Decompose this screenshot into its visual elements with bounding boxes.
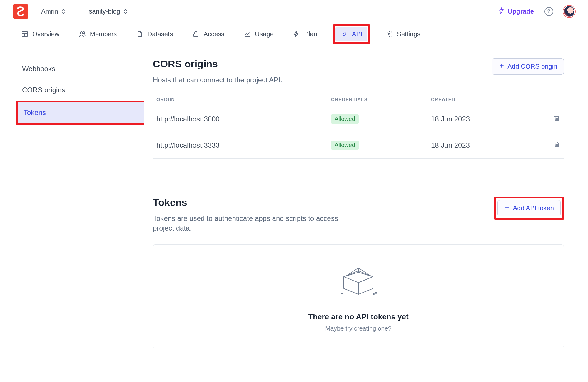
project-tabs: Overview Members Datasets Access Usage P… — [0, 23, 588, 45]
tokens-desc: Tokens are used to authenticate apps and… — [153, 213, 353, 233]
project-name: sanity-blog — [89, 8, 120, 15]
svg-point-1 — [80, 32, 83, 34]
credentials-badge: Allowed — [331, 114, 359, 124]
tokens-empty-state: There are no API tokens yet Maybe try cr… — [153, 244, 564, 348]
sidebar-item-cors[interactable]: CORS origins — [16, 79, 143, 101]
cors-table: ORIGIN CREDENTIALS CREATED http://localh… — [153, 93, 564, 159]
tokens-section-head: Tokens Tokens are used to authenticate a… — [153, 197, 564, 233]
empty-box-icon — [338, 263, 379, 300]
tab-usage[interactable]: Usage — [240, 27, 277, 41]
tab-label: Access — [203, 30, 224, 38]
tokens-title: Tokens — [153, 197, 353, 208]
page-body: Webhooks CORS origins Tokens CORS origin… — [0, 45, 588, 348]
col-credentials: CREDENTIALS — [331, 97, 431, 102]
tab-label: Overview — [32, 30, 59, 38]
svg-point-2 — [83, 32, 85, 34]
sanity-logo[interactable] — [13, 4, 28, 19]
svg-point-6 — [373, 293, 374, 295]
cors-title: CORS origins — [153, 58, 282, 70]
empty-subtitle: Maybe try creating one? — [325, 325, 391, 332]
cors-section-head: CORS origins Hosts that can connect to t… — [153, 58, 564, 85]
chevron-sort-icon — [61, 9, 65, 14]
tab-label: Plan — [304, 30, 317, 38]
upgrade-button[interactable]: Upgrade — [498, 7, 534, 16]
plus-icon — [504, 204, 510, 212]
project-switcher[interactable]: sanity-blog — [86, 5, 130, 18]
tab-label: Members — [90, 30, 117, 38]
origin-cell: http://localhost:3333 — [156, 141, 331, 149]
empty-title: There are no API tokens yet — [308, 312, 408, 321]
highlight-box: Tokens — [16, 101, 144, 125]
tab-plan[interactable]: Plan — [290, 27, 321, 41]
button-label: Add API token — [513, 204, 554, 212]
credentials-badge: Allowed — [331, 141, 359, 150]
col-origin: ORIGIN — [156, 97, 331, 102]
plus-icon — [499, 63, 505, 70]
add-cors-origin-button[interactable]: Add CORS origin — [492, 58, 564, 75]
chevron-sort-icon — [124, 9, 127, 14]
created-cell: 18 Jun 2023 — [431, 115, 531, 123]
bolt-icon — [498, 7, 504, 16]
created-cell: 18 Jun 2023 — [431, 141, 531, 149]
highlight-box: API — [333, 24, 370, 44]
table-row: http://localhost:3333 Allowed 18 Jun 202… — [153, 132, 564, 159]
add-api-token-button[interactable]: Add API token — [497, 200, 561, 216]
org-name: Amrin — [41, 8, 58, 15]
question-icon: ? — [547, 9, 550, 14]
svg-point-5 — [341, 293, 343, 294]
table-row: http://localhost:3000 Allowed 18 Jun 202… — [153, 106, 564, 132]
col-created: CREATED — [431, 97, 531, 102]
upgrade-label: Upgrade — [508, 8, 534, 15]
tab-label: Datasets — [147, 30, 173, 38]
sidebar-item-tokens[interactable]: Tokens — [18, 102, 144, 123]
trash-icon — [553, 116, 560, 124]
svg-point-7 — [375, 292, 377, 293]
cors-desc: Hosts that can connect to the project AP… — [153, 75, 282, 85]
org-switcher[interactable]: Amrin — [38, 5, 68, 18]
origin-cell: http://localhost:3000 — [156, 115, 331, 123]
main-content: CORS origins Hosts that can connect to t… — [153, 58, 588, 348]
highlight-box: Add API token — [494, 197, 564, 220]
tab-label: Settings — [397, 30, 420, 38]
tab-access[interactable]: Access — [189, 27, 228, 41]
table-header: ORIGIN CREDENTIALS CREATED — [153, 93, 564, 106]
tab-members[interactable]: Members — [75, 27, 121, 41]
delete-button[interactable] — [553, 114, 560, 124]
tokens-section: Tokens Tokens are used to authenticate a… — [153, 197, 564, 348]
tab-label: API — [352, 30, 362, 38]
avatar[interactable] — [563, 6, 575, 17]
button-label: Add CORS origin — [507, 63, 557, 70]
tab-label: Usage — [255, 30, 274, 38]
tab-overview[interactable]: Overview — [18, 27, 63, 41]
svg-rect-3 — [194, 34, 198, 37]
help-button[interactable]: ? — [544, 7, 553, 16]
topbar: Amrin sanity-blog Upgrade ? — [0, 0, 588, 23]
divider — [77, 4, 77, 19]
trash-icon — [553, 142, 560, 150]
tab-datasets[interactable]: Datasets — [133, 27, 176, 41]
api-sidebar: Webhooks CORS origins Tokens — [0, 58, 153, 348]
delete-button[interactable] — [553, 141, 560, 150]
tab-settings[interactable]: Settings — [382, 27, 424, 41]
sidebar-item-webhooks[interactable]: Webhooks — [16, 58, 143, 79]
tab-api[interactable]: API — [335, 27, 368, 41]
svg-point-4 — [388, 33, 390, 35]
